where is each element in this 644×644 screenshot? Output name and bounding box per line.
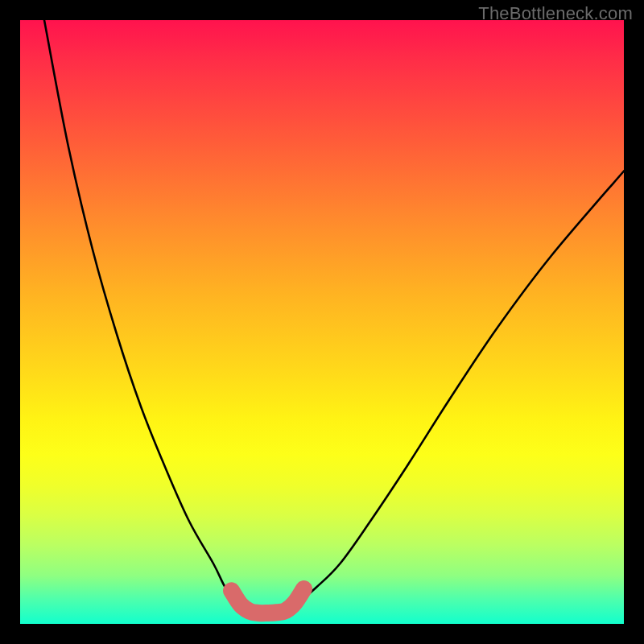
chart-svg [20, 20, 624, 624]
left-curve-path [44, 20, 246, 612]
bottom-highlight-path [232, 589, 304, 613]
chart-area [20, 20, 624, 624]
right-curve-path [286, 171, 624, 613]
watermark-text: TheBottleneck.com [478, 3, 633, 24]
